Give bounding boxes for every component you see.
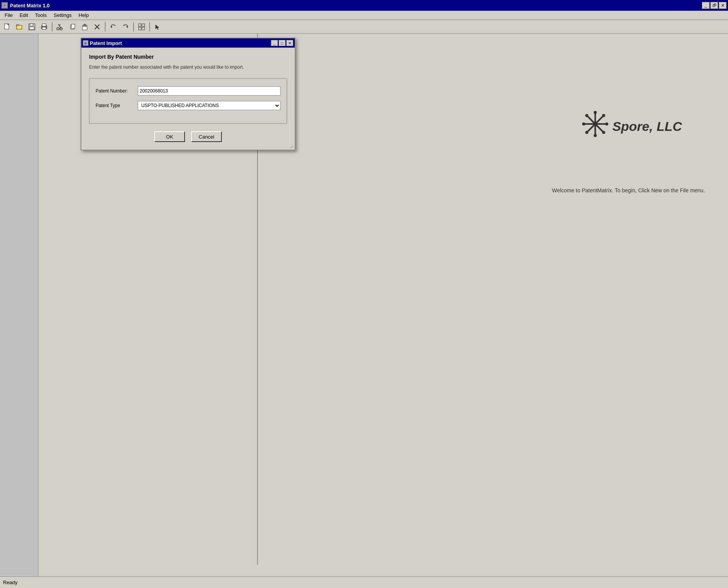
svg-marker-23: [111, 26, 112, 28]
menu-bar: File Edit Tools Settings Help: [0, 11, 728, 20]
svg-rect-26: [142, 24, 145, 26]
workspace: Spore, LLC Welcome to PatentMatrix. To b…: [38, 34, 728, 576]
svg-point-40: [585, 131, 588, 134]
save-button[interactable]: [26, 21, 38, 32]
ok-button[interactable]: OK: [154, 131, 185, 142]
svg-rect-20: [84, 24, 86, 26]
menu-edit[interactable]: Edit: [17, 12, 31, 19]
svg-point-36: [605, 122, 608, 126]
dialog-icon: P: [83, 40, 88, 46]
restore-button[interactable]: 🗗: [710, 2, 718, 9]
patent-number-row: Patent Number:: [96, 86, 281, 96]
svg-text:P: P: [3, 4, 6, 8]
minimize-button[interactable]: _: [702, 2, 710, 9]
patent-type-label: Patent Type: [96, 103, 138, 108]
menu-settings[interactable]: Settings: [51, 12, 75, 19]
menu-help[interactable]: Help: [76, 12, 92, 19]
welcome-message: Welcome to PatentMatrix. To begin, Click…: [552, 187, 705, 193]
close-button[interactable]: ✕: [719, 2, 726, 9]
undo-button[interactable]: [107, 21, 119, 32]
dialog-buttons: OK Cancel: [89, 131, 287, 142]
patent-type-select[interactable]: USPTO-PUBLISHED APPLICATIONS USPTO PATEN…: [138, 101, 281, 110]
patent-import-dialog: P Patent Import _ □ ✕ Import By Patent N…: [81, 38, 295, 150]
svg-point-35: [582, 122, 585, 126]
delete-button[interactable]: [91, 21, 103, 32]
svg-rect-10: [42, 24, 46, 26]
logo-text: Spore, LLC: [612, 119, 682, 134]
svg-point-14: [57, 28, 59, 30]
dialog-body: Import By Patent Number Enter the patent…: [81, 48, 295, 150]
dialog-close-button[interactable]: ✕: [286, 40, 293, 46]
svg-line-13: [59, 24, 60, 26]
redo-button[interactable]: [120, 21, 131, 32]
menu-tools[interactable]: Tools: [32, 12, 50, 19]
patent-number-input[interactable]: [138, 86, 281, 96]
svg-point-39: [602, 114, 605, 117]
window-controls: _ 🗗 ✕: [702, 2, 726, 9]
status-text: Ready: [3, 580, 18, 585]
svg-line-44: [290, 145, 293, 148]
logo-area: Spore, LLC: [582, 111, 682, 142]
left-panel: [0, 34, 38, 576]
cut-button[interactable]: [54, 21, 66, 32]
view-button[interactable]: [136, 21, 147, 32]
svg-rect-27: [139, 27, 141, 30]
dialog-restore-button[interactable]: □: [279, 40, 286, 46]
paste-button[interactable]: [79, 21, 91, 32]
cancel-button[interactable]: Cancel: [191, 131, 222, 142]
svg-rect-28: [142, 27, 145, 30]
dialog-minimize-button[interactable]: _: [271, 40, 278, 46]
help-cursor-button[interactable]: [152, 21, 163, 32]
app-title: Patent Matrix 1.0: [10, 3, 50, 8]
svg-rect-8: [30, 27, 34, 30]
main-content: Spore, LLC Welcome to PatentMatrix. To b…: [0, 34, 728, 576]
svg-point-33: [594, 111, 597, 114]
dialog-title: Patent Import: [90, 40, 122, 46]
svg-point-34: [594, 134, 597, 137]
print-button[interactable]: [38, 21, 50, 32]
copy-button[interactable]: [67, 21, 78, 32]
logo-icon: [582, 111, 609, 142]
svg-text:P: P: [84, 42, 87, 45]
open-button[interactable]: [14, 21, 25, 32]
patent-number-label: Patent Number:: [96, 88, 138, 94]
svg-rect-5: [17, 25, 19, 26]
dialog-description: Enter the patent number associated with …: [89, 64, 287, 71]
title-bar: P Patent Matrix 1.0 _ 🗗 ✕: [0, 0, 728, 11]
resize-handle[interactable]: [289, 144, 295, 150]
dialog-controls: _ □ ✕: [271, 40, 293, 46]
dialog-section-title: Import By Patent Number: [89, 54, 287, 60]
status-bar: Ready: [0, 576, 728, 588]
app-icon: P: [2, 2, 8, 8]
svg-rect-25: [139, 24, 141, 26]
toolbar: [0, 20, 728, 34]
menu-file[interactable]: File: [2, 12, 16, 19]
svg-marker-24: [126, 26, 128, 28]
svg-line-45: [292, 147, 293, 148]
patent-type-row: Patent Type USPTO-PUBLISHED APPLICATIONS…: [96, 101, 281, 110]
svg-rect-7: [30, 24, 33, 26]
svg-point-41: [593, 122, 598, 126]
dialog-fields-box: Patent Number: Patent Type USPTO-PUBLISH…: [89, 78, 287, 124]
dialog-title-bar: P Patent Import _ □ ✕: [81, 38, 295, 48]
new-button[interactable]: [2, 21, 13, 32]
svg-rect-11: [42, 27, 46, 30]
svg-point-37: [585, 114, 588, 117]
svg-point-38: [602, 131, 605, 134]
svg-rect-17: [71, 24, 75, 28]
